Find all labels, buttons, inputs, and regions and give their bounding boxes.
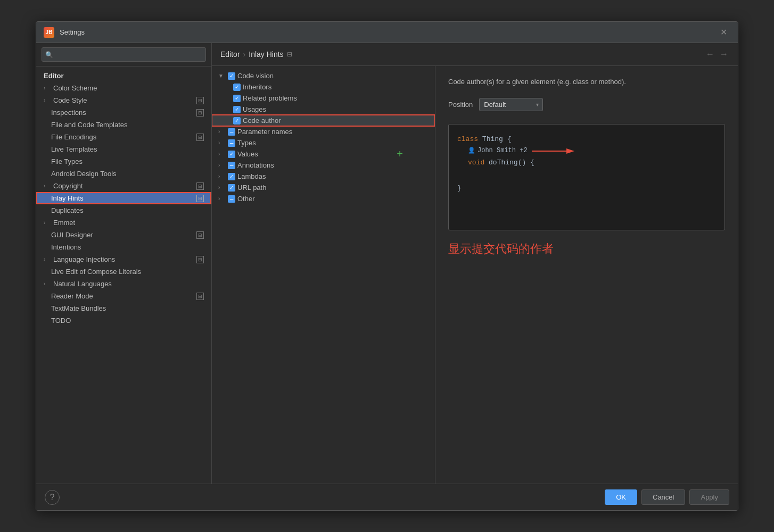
chevron-icon: › bbox=[44, 183, 50, 189]
search-input[interactable] bbox=[42, 47, 206, 62]
dialog-title: Settings bbox=[60, 28, 85, 36]
tree-item-inheritors[interactable]: ✓ Inheritors bbox=[212, 81, 435, 93]
sidebar-item-label: Code Style bbox=[53, 96, 87, 104]
sidebar-item-copyright[interactable]: › Copyright ⊟ bbox=[36, 180, 211, 192]
sidebar: 🔍 Editor › Color Scheme › Code Style ⊟ bbox=[36, 43, 212, 484]
sidebar-item-label: Natural Languages bbox=[53, 280, 112, 288]
sidebar-item-inlay-hints[interactable]: Inlay Hints ⊟ bbox=[36, 192, 211, 204]
settings-icon: ⊟ bbox=[196, 256, 204, 263]
checkbox-inheritors[interactable]: ✓ bbox=[233, 84, 241, 91]
settings-icon: ⊟ bbox=[196, 97, 204, 104]
tree-item-usages[interactable]: ✓ Usages bbox=[212, 104, 435, 115]
forward-button[interactable]: → bbox=[719, 48, 729, 60]
sidebar-item-live-templates[interactable]: Live Templates bbox=[36, 143, 211, 155]
sidebar-item-gui-designer[interactable]: GUI Designer ⊟ bbox=[36, 229, 211, 241]
settings-icon: ⊟ bbox=[196, 182, 204, 190]
chevron-icon: › bbox=[44, 281, 50, 287]
sidebar-item-label: Android Design Tools bbox=[51, 170, 117, 178]
sidebar-item-color-scheme[interactable]: › Color Scheme bbox=[36, 82, 211, 94]
sidebar-item-inspections[interactable]: Inspections ⊟ bbox=[36, 106, 211, 119]
hint-text: John Smith +2 bbox=[477, 145, 528, 157]
ok-button[interactable]: OK bbox=[605, 489, 637, 505]
center-panel: ▼ ✓ Code vision ✓ Inheritors ✓ Related p… bbox=[212, 66, 435, 484]
close-button[interactable]: ✕ bbox=[717, 26, 730, 38]
checkbox-annotations[interactable]: – bbox=[228, 162, 235, 169]
checkbox-code-vision[interactable]: ✓ bbox=[228, 72, 235, 80]
apply-button[interactable]: Apply bbox=[689, 489, 729, 505]
checkbox-code-author[interactable]: ✓ bbox=[233, 117, 241, 124]
checkbox-types[interactable]: – bbox=[228, 139, 235, 147]
tree-item-lambdas[interactable]: › ✓ Lambdas bbox=[212, 171, 435, 182]
settings-icon: ⊟ bbox=[196, 109, 204, 117]
sidebar-item-code-style[interactable]: › Code Style ⊟ bbox=[36, 94, 211, 106]
checkbox-parameter-names[interactable]: – bbox=[228, 128, 235, 136]
sidebar-item-label: Inspections bbox=[51, 109, 86, 117]
breadcrumb-icon[interactable]: ⊟ bbox=[287, 51, 292, 58]
tree-item-types[interactable]: › – Types bbox=[212, 137, 435, 148]
sidebar-item-file-code-templates[interactable]: File and Code Templates bbox=[36, 119, 211, 131]
cancel-button[interactable]: Cancel bbox=[641, 489, 685, 505]
tree-item-label: Parameter names bbox=[237, 128, 292, 136]
sidebar-item-android-design-tools[interactable]: Android Design Tools bbox=[36, 168, 211, 180]
tree-item-code-author[interactable]: ✓ Code author bbox=[212, 115, 435, 126]
sidebar-item-language-injections[interactable]: › Language Injections ⊟ bbox=[36, 253, 211, 265]
checkbox-values[interactable]: ✓ bbox=[228, 151, 235, 158]
tree-item-other[interactable]: › – Other bbox=[212, 193, 435, 204]
tree-item-related-problems[interactable]: ✓ Related problems bbox=[212, 93, 435, 104]
description-text: Code author(s) for a given element (e.g.… bbox=[448, 77, 725, 87]
code-line-5: } bbox=[457, 182, 716, 194]
settings-icon: ⊟ bbox=[196, 231, 204, 239]
sidebar-item-intentions[interactable]: Intentions bbox=[36, 241, 211, 253]
sidebar-item-duplicates[interactable]: Duplicates bbox=[36, 204, 211, 217]
position-select[interactable]: Default Inline Above bbox=[479, 98, 543, 111]
tree-item-annotations[interactable]: › – Annotations bbox=[212, 160, 435, 171]
sidebar-item-label: File and Code Templates bbox=[51, 121, 128, 129]
settings-icon: ⊟ bbox=[196, 134, 204, 141]
chevron-icon: › bbox=[218, 140, 226, 146]
chevron-icon: › bbox=[218, 129, 226, 135]
sidebar-item-label: Inlay Hints bbox=[51, 194, 84, 202]
svg-marker-1 bbox=[566, 148, 574, 154]
main-content: Editor › Inlay Hints ⊟ ← → ▼ ✓ C bbox=[212, 43, 738, 484]
tree-item-parameter-names[interactable]: › – Parameter names bbox=[212, 126, 435, 137]
sidebar-item-emmet[interactable]: › Emmet bbox=[36, 217, 211, 229]
help-button[interactable]: ? bbox=[45, 490, 60, 505]
tree-item-code-vision[interactable]: ▼ ✓ Code vision bbox=[212, 70, 435, 81]
sidebar-item-label: Emmet bbox=[53, 219, 75, 227]
code-line-1: class Thing { bbox=[457, 133, 716, 145]
sidebar-item-textmate-bundles[interactable]: TextMate Bundles bbox=[36, 302, 211, 314]
tree-item-label: Annotations bbox=[237, 161, 274, 169]
sidebar-item-reader-mode[interactable]: Reader Mode ⊟ bbox=[36, 290, 211, 302]
sidebar-item-natural-languages[interactable]: › Natural Languages bbox=[36, 278, 211, 290]
sidebar-item-file-encodings[interactable]: File Encodings ⊟ bbox=[36, 131, 211, 143]
checkbox-other[interactable]: – bbox=[228, 195, 235, 203]
chinese-annotation: 显示提交代码的作者 bbox=[448, 241, 725, 257]
sidebar-item-label: GUI Designer bbox=[51, 231, 93, 239]
tree-item-label: Inheritors bbox=[243, 83, 271, 91]
checkbox-url-path[interactable]: ✓ bbox=[228, 184, 235, 192]
checkbox-related-problems[interactable]: ✓ bbox=[233, 95, 241, 102]
checkbox-lambdas[interactable]: ✓ bbox=[228, 173, 235, 180]
sidebar-item-label: File Encodings bbox=[51, 133, 96, 141]
dialog-footer: ? OK Cancel Apply bbox=[36, 484, 738, 510]
chevron-icon: › bbox=[44, 220, 50, 226]
code-line-hint: 👤 John Smith +2 bbox=[457, 145, 716, 157]
add-button[interactable]: + bbox=[397, 148, 403, 160]
sidebar-item-file-types[interactable]: File Types bbox=[36, 155, 211, 168]
code-line-4 bbox=[457, 169, 716, 182]
tree-item-url-path[interactable]: › ✓ URL path bbox=[212, 182, 435, 193]
code-preview: class Thing { 👤 John Smith +2 bbox=[448, 124, 725, 230]
tree-item-values[interactable]: › ✓ Values + bbox=[212, 148, 435, 160]
sidebar-item-todo[interactable]: TODO bbox=[36, 314, 211, 327]
checkbox-usages[interactable]: ✓ bbox=[233, 106, 241, 113]
sidebar-item-label: Color Scheme bbox=[53, 84, 97, 92]
tree-item-label: Other bbox=[237, 195, 255, 203]
sidebar-item-label: Duplicates bbox=[51, 206, 84, 214]
sidebar-item-label: Live Templates bbox=[51, 145, 97, 153]
title-bar: JB Settings ✕ bbox=[36, 22, 738, 43]
app-icon: JB bbox=[44, 27, 54, 38]
sidebar-item-live-edit[interactable]: Live Edit of Compose Literals bbox=[36, 265, 211, 278]
content-area: ▼ ✓ Code vision ✓ Inheritors ✓ Related p… bbox=[212, 66, 738, 484]
arrow-svg bbox=[532, 146, 574, 156]
back-button[interactable]: ← bbox=[705, 48, 715, 60]
